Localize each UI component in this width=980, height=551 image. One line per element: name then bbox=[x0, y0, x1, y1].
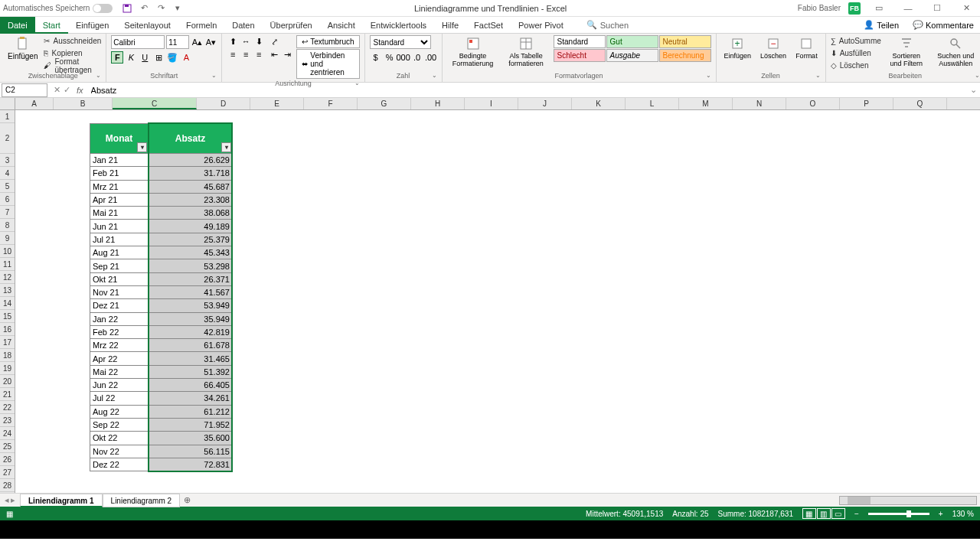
align-left-icon[interactable]: ≡ bbox=[227, 48, 239, 60]
decrease-decimal-icon[interactable]: .00 bbox=[425, 51, 437, 64]
align-right-icon[interactable]: ≡ bbox=[253, 48, 265, 60]
row-header-22[interactable]: 22 bbox=[0, 401, 15, 414]
increase-font-icon[interactable]: A▴ bbox=[191, 36, 203, 48]
orientation-icon[interactable]: ⤤ bbox=[268, 35, 280, 47]
cell-absatz[interactable]: 56.115 bbox=[149, 445, 233, 458]
cell-monat[interactable]: Mrz 21 bbox=[90, 181, 149, 194]
row-header-18[interactable]: 18 bbox=[0, 349, 15, 362]
col-header-L[interactable]: L bbox=[626, 98, 679, 109]
col-header-F[interactable]: F bbox=[304, 98, 358, 109]
table-header-absatz[interactable]: Absatz ▾ bbox=[149, 123, 233, 154]
toggle-switch[interactable] bbox=[93, 4, 113, 13]
percent-icon[interactable]: % bbox=[384, 51, 396, 64]
close-icon[interactable]: ✕ bbox=[956, 1, 977, 16]
tab-hilfe[interactable]: Hilfe bbox=[434, 17, 466, 34]
row-header-19[interactable]: 19 bbox=[0, 362, 15, 375]
cell-monat[interactable]: Mai 22 bbox=[90, 366, 149, 379]
cell-monat[interactable]: Apr 22 bbox=[90, 352, 149, 365]
row-header-4[interactable]: 4 bbox=[0, 167, 15, 180]
name-box[interactable] bbox=[2, 83, 47, 97]
cell-monat[interactable]: Nov 21 bbox=[90, 286, 149, 299]
italic-button[interactable]: K bbox=[125, 51, 137, 64]
cell-absatz[interactable]: 49.189 bbox=[149, 220, 233, 233]
row-header-26[interactable]: 26 bbox=[0, 453, 15, 466]
style-ausgabe[interactable]: Ausgabe bbox=[606, 49, 658, 62]
cell-absatz[interactable]: 31.718 bbox=[149, 167, 233, 180]
cell-absatz[interactable]: 45.343 bbox=[149, 246, 233, 259]
col-header-C[interactable]: C bbox=[113, 98, 197, 109]
fx-icon[interactable]: fx bbox=[77, 86, 83, 95]
view-normal-icon[interactable]: ▦ bbox=[802, 508, 816, 519]
col-header-N[interactable]: N bbox=[733, 98, 786, 109]
cell-absatz[interactable]: 34.261 bbox=[149, 392, 233, 405]
zoom-slider[interactable] bbox=[868, 513, 929, 515]
tab-formeln[interactable]: Formeln bbox=[178, 17, 224, 34]
view-page-icon[interactable]: ▥ bbox=[817, 508, 831, 519]
sort-filter-button[interactable]: Sortieren und Filtern bbox=[884, 35, 929, 69]
cell-absatz[interactable]: 72.831 bbox=[149, 458, 233, 471]
formula-input[interactable] bbox=[88, 83, 967, 97]
filter-button-absatz[interactable]: ▾ bbox=[221, 142, 231, 152]
cell-monat[interactable]: Jul 22 bbox=[90, 392, 149, 405]
row-header-10[interactable]: 10 bbox=[0, 245, 15, 258]
col-header-Q[interactable]: Q bbox=[893, 98, 947, 109]
col-header-B[interactable]: B bbox=[54, 98, 113, 109]
wrap-text-button[interactable]: ↩Textumbruch bbox=[296, 35, 359, 48]
minimize-icon[interactable]: — bbox=[897, 1, 919, 16]
cell-absatz[interactable]: 23.308 bbox=[149, 194, 233, 207]
number-format-select[interactable]: Standard bbox=[370, 35, 431, 49]
fill-color-button[interactable]: 🪣 bbox=[166, 51, 178, 64]
align-center-icon[interactable]: ≡ bbox=[240, 48, 252, 60]
select-all-corner[interactable] bbox=[0, 98, 15, 109]
cut-button[interactable]: ✂Ausschneiden bbox=[44, 35, 101, 47]
sheet-tab-1[interactable]: Liniendiagramm 2 bbox=[103, 494, 181, 507]
indent-decrease-icon[interactable]: ⇤ bbox=[268, 48, 280, 60]
cell-monat[interactable]: Jul 21 bbox=[90, 233, 149, 246]
paste-button[interactable]: Einfügen bbox=[5, 35, 41, 62]
cell-monat[interactable]: Okt 21 bbox=[90, 273, 149, 286]
row-header-5[interactable]: 5 bbox=[0, 180, 15, 193]
cell-absatz[interactable]: 38.068 bbox=[149, 207, 233, 220]
ribbon-options-icon[interactable]: ▭ bbox=[868, 1, 890, 16]
sheet-tab-0[interactable]: Liniendiagramm 1 bbox=[20, 494, 103, 507]
row-header-20[interactable]: 20 bbox=[0, 375, 15, 388]
tab-power pivot[interactable]: Power Pivot bbox=[511, 17, 571, 34]
cell-absatz[interactable]: 51.392 bbox=[149, 366, 233, 379]
cell-monat[interactable]: Nov 22 bbox=[90, 445, 149, 458]
delete-cells-button[interactable]: −Löschen bbox=[757, 35, 789, 61]
row-header-9[interactable]: 9 bbox=[0, 232, 15, 245]
cell-monat[interactable]: Dez 22 bbox=[90, 458, 149, 471]
tab-ansicht[interactable]: Ansicht bbox=[320, 17, 363, 34]
style-standard[interactable]: Standard bbox=[554, 35, 606, 48]
cell-monat[interactable]: Feb 22 bbox=[90, 326, 149, 339]
cell-monat[interactable]: Sep 21 bbox=[90, 259, 149, 272]
cell-monat[interactable]: Mrz 22 bbox=[90, 339, 149, 352]
row-header-1[interactable]: 1 bbox=[0, 110, 15, 123]
save-icon[interactable] bbox=[122, 3, 132, 14]
cell-monat[interactable]: Jun 22 bbox=[90, 379, 149, 392]
row-header-6[interactable]: 6 bbox=[0, 193, 15, 206]
cell-absatz[interactable]: 35.949 bbox=[149, 313, 233, 326]
cell-absatz[interactable]: 45.687 bbox=[149, 181, 233, 194]
cell-absatz[interactable]: 53.298 bbox=[149, 259, 233, 272]
row-header-2[interactable]: 2 bbox=[0, 123, 15, 154]
row-header-12[interactable]: 12 bbox=[0, 271, 15, 284]
font-name-select[interactable] bbox=[111, 35, 165, 49]
row-header-17[interactable]: 17 bbox=[0, 336, 15, 349]
tab-seitenlayout[interactable]: Seitenlayout bbox=[116, 17, 178, 34]
col-header-A[interactable]: A bbox=[15, 98, 54, 109]
row-header-25[interactable]: 25 bbox=[0, 440, 15, 453]
cell-absatz[interactable]: 42.819 bbox=[149, 326, 233, 339]
format-painter-button[interactable]: 🖌Format übertragen bbox=[44, 60, 101, 71]
tab-file[interactable]: Datei bbox=[0, 17, 35, 34]
table-header-monat[interactable]: Monat ▾ bbox=[90, 123, 149, 154]
font-color-button[interactable]: A bbox=[180, 51, 192, 64]
autosum-button[interactable]: ∑AutoSumme bbox=[831, 35, 881, 47]
zoom-in-icon[interactable]: + bbox=[939, 510, 943, 518]
thousands-icon[interactable]: 000 bbox=[397, 51, 410, 64]
style-neutral[interactable]: Neutral bbox=[659, 35, 711, 48]
align-bottom-icon[interactable]: ⬇ bbox=[253, 35, 265, 47]
cancel-formula-icon[interactable]: ✕ bbox=[54, 85, 60, 95]
search-box[interactable]: 🔍 Suchen bbox=[586, 20, 629, 30]
col-header-O[interactable]: O bbox=[786, 98, 840, 109]
